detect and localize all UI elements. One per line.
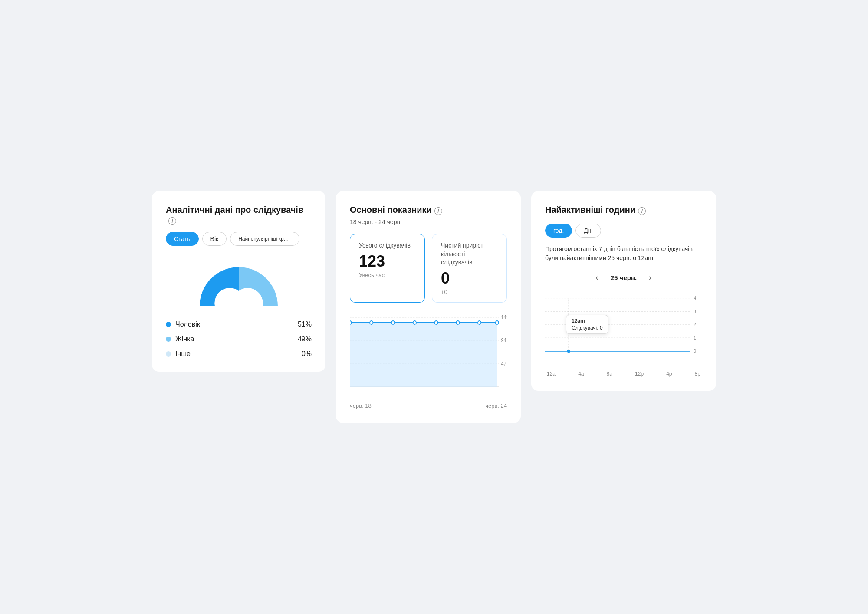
chart-label-start: черв. 18	[350, 403, 372, 409]
metrics-row: Усього слідкувачів 123 Увесь час Чистий …	[350, 234, 507, 303]
metric-total-name: Усього слідкувачів	[359, 241, 416, 250]
metric-net-name: Чистий приріст кількості слідкувачів	[441, 241, 498, 267]
svg-text:2: 2	[694, 322, 696, 327]
tab-hours[interactable]: год.	[545, 224, 572, 238]
svg-text:141: 141	[501, 314, 507, 320]
metric-total-followers: Усього слідкувачів 123 Увесь час	[350, 234, 425, 303]
chart-x-labels: черв. 18 черв. 24	[350, 403, 507, 409]
axis-8a: 8a	[607, 371, 612, 377]
hours-chart-svg: 4 3 2 1 0	[545, 291, 702, 360]
svg-point-11	[413, 321, 416, 324]
legend-other: Інше 0%	[166, 350, 312, 358]
svg-text:3: 3	[694, 309, 696, 314]
svg-text:0: 0	[694, 349, 696, 354]
middle-card-info-icon[interactable]: i	[434, 207, 442, 215]
female-dot	[166, 337, 171, 342]
hours-description: Протягом останніх 7 днів більшість твоїх…	[545, 244, 702, 263]
svg-point-27	[567, 350, 570, 353]
middle-card-title: Основні показники	[350, 205, 432, 215]
donut-chart	[166, 256, 312, 308]
other-pct: 0%	[302, 350, 312, 358]
svg-point-12	[434, 321, 437, 324]
nav-date-label: 25 черв.	[611, 274, 637, 281]
legend-female: Жінка 49%	[166, 335, 312, 343]
svg-text:94: 94	[501, 337, 506, 343]
other-label: Інше	[175, 350, 191, 358]
other-dot	[166, 351, 171, 357]
female-label: Жінка	[175, 335, 194, 343]
axis-8p: 8p	[695, 371, 700, 377]
metric-total-sub: Увесь час	[359, 272, 416, 278]
axis-4a: 4a	[578, 371, 584, 377]
female-pct: 49%	[298, 335, 312, 343]
svg-point-15	[496, 321, 499, 324]
svg-text:1: 1	[694, 335, 696, 340]
axis-4p: 4p	[666, 371, 672, 377]
tab-gender[interactable]: Стать	[166, 232, 199, 246]
chart-svg: 141 94 47	[350, 313, 507, 400]
male-dot	[166, 322, 171, 327]
metric-net-value: 0	[441, 271, 498, 286]
dashboard: Аналітичні дані про слідкувачів i Стать …	[152, 191, 716, 423]
metric-net-growth: Чистий приріст кількості слідкувачів 0 +…	[432, 234, 507, 303]
svg-point-8	[350, 321, 352, 324]
metric-total-value: 123	[359, 254, 416, 269]
svg-point-9	[370, 321, 373, 324]
svg-point-13	[456, 321, 459, 324]
followers-chart: 141 94 47	[350, 313, 507, 400]
left-card-info-icon[interactable]: i	[168, 217, 176, 225]
svg-point-10	[391, 321, 395, 324]
follower-analytics-card: Аналітичні дані про слідкувачів i Стать …	[152, 191, 326, 372]
hours-axis-labels: 12a 4a 8a 12p 4p 8p	[545, 371, 702, 377]
tab-age[interactable]: Вік	[202, 232, 227, 246]
tab-days[interactable]: Дні	[575, 224, 601, 238]
right-card-info-icon[interactable]: i	[638, 207, 646, 215]
prev-date-button[interactable]: ‹	[592, 271, 602, 284]
svg-point-14	[478, 321, 481, 324]
axis-12a: 12a	[547, 371, 556, 377]
chart-label-end: черв. 24	[485, 403, 507, 409]
donut-svg	[191, 256, 286, 308]
tab-countries[interactable]: Найпопулярніші країни/регіо	[230, 232, 299, 246]
axis-12p: 12p	[635, 371, 644, 377]
middle-card-subtitle: 18 черв. - 24 черв.	[350, 218, 507, 225]
key-metrics-card: Основні показники i 18 черв. - 24 черв. …	[336, 191, 521, 423]
svg-text:4: 4	[694, 295, 696, 300]
left-card-title: Аналітичні дані про слідкувачів	[166, 205, 312, 215]
male-pct: 51%	[298, 320, 312, 328]
active-hours-card: Найактивніші години i год. Дні Протягом …	[531, 191, 716, 391]
hours-chart: 4 3 2 1 0 12am Слідкувачі: 0	[545, 291, 702, 369]
next-date-button[interactable]: ›	[645, 271, 655, 284]
svg-text:47: 47	[501, 361, 506, 366]
svg-point-0	[224, 291, 254, 321]
legend-male: Чоловік 51%	[166, 320, 312, 328]
right-card-title: Найактивніші години	[545, 205, 635, 215]
gender-legend: Чоловік 51% Жінка 49% Інше 0%	[166, 320, 312, 358]
male-label: Чоловік	[175, 320, 200, 328]
metric-net-sub: +0	[441, 289, 498, 295]
date-nav: ‹ 25 черв. ›	[545, 271, 702, 284]
hours-tabs: год. Дні	[545, 224, 702, 238]
follower-tabs: Стать Вік Найпопулярніші країни/регіо	[166, 232, 312, 246]
